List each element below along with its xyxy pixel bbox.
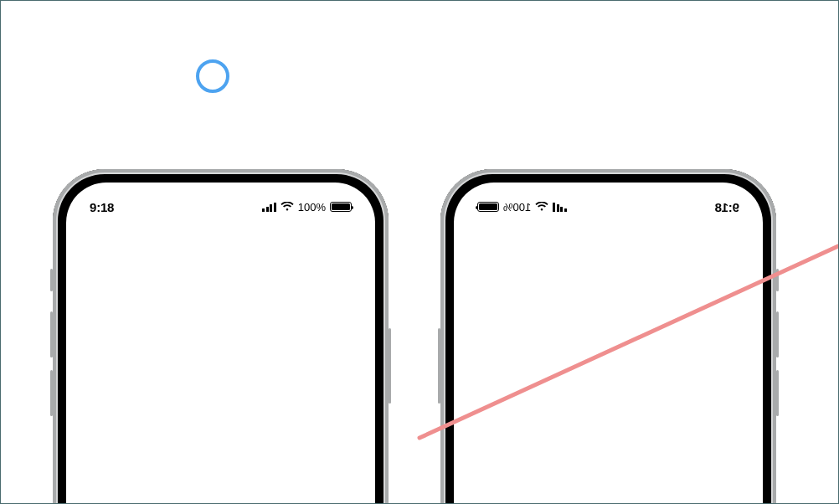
mute-switch [776, 269, 779, 291]
wifi-icon [281, 202, 294, 212]
callout-ring [196, 59, 229, 93]
phone-screen: 9:18 100% [66, 183, 375, 504]
status-icons: 100% [262, 201, 352, 213]
phone-screen: 9:18 100% [454, 183, 763, 504]
battery-full-icon [477, 202, 499, 212]
wifi-icon [535, 202, 548, 212]
battery-percent-label: 100% [298, 201, 326, 213]
battery-full-icon [330, 202, 352, 212]
phone-mockup-normal: 9:18 100% [53, 169, 389, 504]
cellular-signal-icon [553, 203, 567, 212]
status-bar: 9:18 100% [66, 183, 375, 219]
status-time: 9:18 [90, 200, 114, 214]
power-button [389, 328, 391, 404]
phone-mockup-mirrored: 9:18 100% [440, 169, 776, 504]
status-icons: 100% [477, 201, 567, 213]
status-bar: 9:18 100% [454, 183, 763, 219]
volume-up-button [776, 311, 779, 357]
cellular-signal-icon [262, 203, 276, 212]
status-time: 9:18 [715, 200, 739, 214]
volume-down-button [776, 370, 779, 416]
battery-percent-label: 100% [503, 201, 531, 213]
